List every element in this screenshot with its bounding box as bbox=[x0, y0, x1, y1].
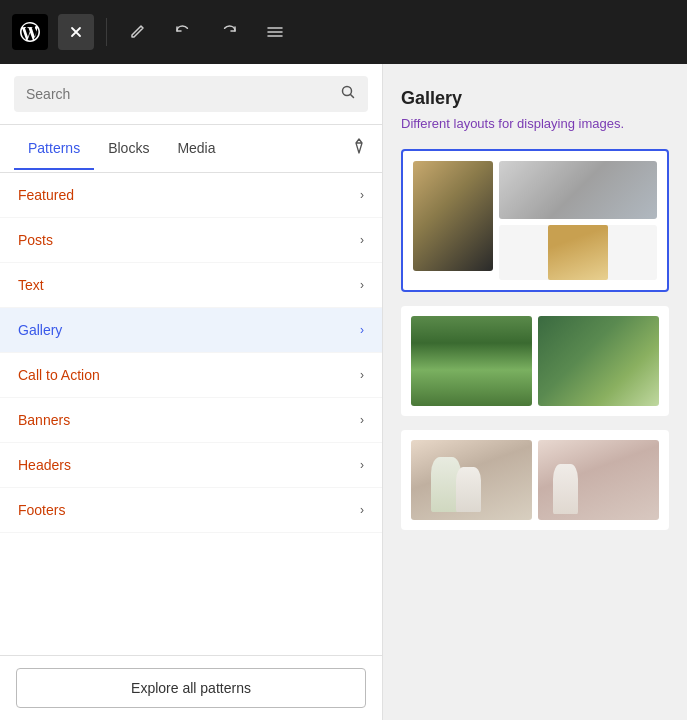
right-panel: Gallery Different layouts for displaying… bbox=[383, 64, 687, 720]
search-button[interactable] bbox=[340, 84, 356, 104]
menu-item-label: Text bbox=[18, 277, 44, 293]
explore-all-patterns-button[interactable]: Explore all patterns bbox=[16, 668, 366, 708]
chevron-right-icon: › bbox=[360, 503, 364, 517]
gallery-card-1-grid bbox=[413, 161, 657, 280]
tab-patterns[interactable]: Patterns bbox=[14, 128, 94, 170]
gallery-card-3[interactable] bbox=[401, 430, 669, 530]
chevron-right-icon: › bbox=[360, 458, 364, 472]
tab-blocks[interactable]: Blocks bbox=[94, 128, 163, 170]
chevron-right-icon: › bbox=[360, 278, 364, 292]
edit-icon[interactable] bbox=[119, 14, 155, 50]
menu-icon[interactable] bbox=[257, 14, 293, 50]
diamond-icon[interactable] bbox=[350, 125, 368, 172]
menu-item-call-to-action[interactable]: Call to Action › bbox=[0, 353, 382, 398]
undo-icon[interactable] bbox=[165, 14, 201, 50]
gallery-card-2[interactable] bbox=[401, 306, 669, 416]
redo-icon[interactable] bbox=[211, 14, 247, 50]
menu-item-label: Footers bbox=[18, 502, 65, 518]
gallery-img-1-right-top bbox=[499, 161, 657, 219]
gallery-img-1-right-bottom bbox=[499, 225, 657, 280]
main-layout: Patterns Blocks Media Featured › Posts ›… bbox=[0, 0, 687, 720]
gallery-card-3-grid bbox=[403, 432, 667, 528]
gallery-img-1-inner bbox=[548, 225, 608, 280]
menu-item-label: Call to Action bbox=[18, 367, 100, 383]
gallery-card-inner-1 bbox=[403, 151, 667, 290]
menu-item-text[interactable]: Text › bbox=[0, 263, 382, 308]
left-panel: Patterns Blocks Media Featured › Posts ›… bbox=[0, 64, 383, 720]
search-input-wrap bbox=[14, 76, 368, 112]
menu-item-posts[interactable]: Posts › bbox=[0, 218, 382, 263]
chevron-right-icon: › bbox=[360, 413, 364, 427]
top-bar bbox=[0, 0, 687, 64]
gallery-img-2-left bbox=[411, 316, 532, 406]
gallery-description: Different layouts for displaying images. bbox=[401, 115, 669, 133]
chevron-right-icon: › bbox=[360, 188, 364, 202]
menu-item-banners[interactable]: Banners › bbox=[0, 398, 382, 443]
tabs: Patterns Blocks Media bbox=[0, 125, 382, 173]
menu-item-headers[interactable]: Headers › bbox=[0, 443, 382, 488]
menu-item-featured[interactable]: Featured › bbox=[0, 173, 382, 218]
close-button[interactable] bbox=[58, 14, 94, 50]
menu-item-label: Featured bbox=[18, 187, 74, 203]
chevron-right-icon: › bbox=[360, 323, 364, 337]
wp-logo bbox=[12, 14, 48, 50]
menu-item-label: Headers bbox=[18, 457, 71, 473]
gallery-card-2-grid bbox=[403, 308, 667, 414]
divider bbox=[106, 18, 107, 46]
gallery-img-2-right bbox=[538, 316, 659, 406]
gallery-card-1[interactable] bbox=[401, 149, 669, 292]
tab-media[interactable]: Media bbox=[163, 128, 229, 170]
gallery-img-3-left bbox=[411, 440, 532, 520]
chevron-right-icon: › bbox=[360, 233, 364, 247]
menu-item-label: Gallery bbox=[18, 322, 62, 338]
menu-item-label: Posts bbox=[18, 232, 53, 248]
search-bar bbox=[0, 64, 382, 125]
menu-list: Featured › Posts › Text › Gallery › Call… bbox=[0, 173, 382, 655]
gallery-img-1-left bbox=[413, 161, 493, 271]
chevron-right-icon: › bbox=[360, 368, 364, 382]
gallery-title: Gallery bbox=[401, 88, 669, 109]
menu-item-footers[interactable]: Footers › bbox=[0, 488, 382, 533]
gallery-img-1-right bbox=[499, 161, 657, 280]
gallery-img-3-right bbox=[538, 440, 659, 520]
search-input[interactable] bbox=[26, 86, 332, 102]
explore-btn-wrap: Explore all patterns bbox=[0, 655, 382, 720]
menu-item-label: Banners bbox=[18, 412, 70, 428]
menu-item-gallery[interactable]: Gallery › bbox=[0, 308, 382, 353]
